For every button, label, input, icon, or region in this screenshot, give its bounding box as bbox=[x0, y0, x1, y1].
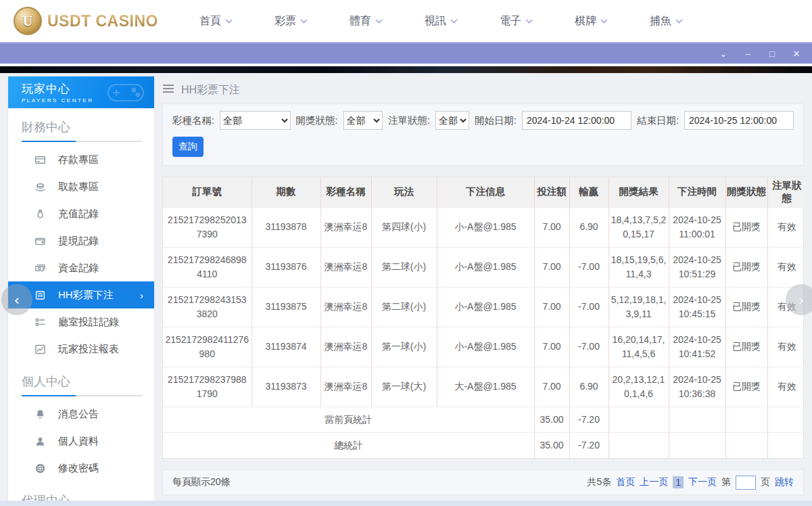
cell-order-status: 有效 bbox=[767, 367, 806, 407]
summary-empty-cell bbox=[725, 432, 767, 458]
summary-label: 當前頁統計 bbox=[163, 407, 534, 432]
query-button[interactable]: 查詢 bbox=[172, 137, 204, 157]
breadcrumb: HH彩票下注 bbox=[162, 76, 804, 104]
sidebar-section-personal-center: 個人中心 bbox=[8, 363, 154, 395]
nav-item-chess[interactable]: 棋牌 bbox=[575, 14, 608, 28]
cell-play-type: 第二球(小) bbox=[371, 287, 437, 327]
nav-item-sports[interactable]: 體育 bbox=[350, 14, 383, 28]
logo[interactable]: U USDT CASINO bbox=[14, 7, 179, 35]
sidebar: 玩家中心 PLAYERS CENTER 財務中心存款專區取款專區充值記錄提現記錄… bbox=[8, 76, 154, 501]
col-header-bet-info: 下注信息 bbox=[437, 177, 534, 207]
sidebar-item-withdraw-zone[interactable]: 取款專區 bbox=[8, 173, 154, 200]
bets-table: 訂單號期數彩種名稱玩法下注信息投注額輸贏開獎結果下注時間開獎狀態注單狀態 215… bbox=[162, 177, 804, 459]
draw-status-select[interactable]: 全部 bbox=[343, 111, 383, 130]
col-header-bet-time: 下注時間 bbox=[669, 177, 725, 207]
wallet-icon bbox=[34, 235, 46, 247]
summary-row: 總統計35.00-7.20 bbox=[163, 432, 806, 458]
sidebar-item-recharge-records[interactable]: 充值記錄 bbox=[8, 200, 154, 227]
cell-order-no: 2152172982379881790 bbox=[163, 367, 252, 407]
sidebar-item-profile[interactable]: 個人資料 bbox=[8, 428, 154, 455]
nav-item-label: 首頁 bbox=[199, 14, 221, 28]
minimize-icon[interactable]: – bbox=[743, 49, 753, 58]
top-header: U USDT CASINO 首頁彩票體育視訊電子棋牌捕魚 bbox=[0, 0, 812, 42]
sidebar-collapse-button[interactable]: ‹ bbox=[1, 284, 32, 315]
table-row: 215217298241127698031193874澳洲幸运8第一球(小)小-… bbox=[163, 327, 806, 367]
sidebar-header: 玩家中心 PLAYERS CENTER bbox=[8, 76, 154, 108]
sidebar-item-announcements[interactable]: 消息公告 bbox=[8, 400, 154, 428]
sidebar-item-label: 充值記錄 bbox=[58, 208, 99, 221]
chevron-down-icon bbox=[375, 19, 383, 24]
first-page-link[interactable]: 首页 bbox=[616, 476, 635, 488]
cell-draw-status: 已開獎 bbox=[725, 367, 767, 407]
start-date-input[interactable] bbox=[522, 111, 631, 130]
table-row: 215217298246898411031193876澳洲幸运8第二球(小)小-… bbox=[163, 247, 806, 287]
col-header-order-status: 注單狀態 bbox=[767, 177, 806, 207]
cell-bet-time: 2024-10-25 10:51:29 bbox=[669, 247, 725, 287]
nav-item-home[interactable]: 首頁 bbox=[199, 14, 233, 28]
nav-item-label: 棋牌 bbox=[575, 14, 596, 28]
summary-empty-cell bbox=[767, 407, 806, 432]
page-jump-input[interactable] bbox=[736, 476, 756, 490]
main-nav: 首頁彩票體育視訊電子棋牌捕魚 bbox=[179, 14, 798, 28]
summary-empty-cell bbox=[725, 407, 767, 432]
table-row: 215217298237988179031193873澳洲幸运8第一球(大)大-… bbox=[163, 367, 806, 407]
sidebar-item-room-bet-records[interactable]: 廳室投註記錄 bbox=[8, 308, 154, 336]
end-date-input[interactable] bbox=[684, 111, 794, 130]
sidebar-item-funds-records[interactable]: 資金記錄 bbox=[8, 254, 154, 281]
cell-bet-time: 2024-10-25 11:00:01 bbox=[669, 207, 725, 247]
lottery-name-label: 彩種名稱: bbox=[172, 114, 214, 127]
logo-coin-letter: U bbox=[23, 14, 32, 29]
chevron-down-icon bbox=[450, 19, 458, 24]
cell-bet-info: 小-A盤@1.985 bbox=[437, 327, 534, 367]
bell-icon bbox=[34, 408, 46, 420]
window-titlebar: ⌄ – □ ✕ bbox=[0, 42, 812, 64]
cell-draw-status: 已開獎 bbox=[725, 247, 767, 287]
cell-order-no: 2152172982520137390 bbox=[163, 207, 252, 247]
nav-item-lottery[interactable]: 彩票 bbox=[274, 14, 308, 28]
summary-empty-cell bbox=[767, 432, 806, 458]
cell-bet-amount: 7.00 bbox=[534, 247, 569, 287]
chevron-down-icon[interactable]: ⌄ bbox=[719, 49, 728, 58]
summary-row: 當前頁統計35.00-7.20 bbox=[163, 407, 806, 432]
cell-period: 31193876 bbox=[252, 247, 320, 287]
cell-order-no: 2152172982468984110 bbox=[163, 247, 252, 287]
col-header-draw-status: 開獎狀態 bbox=[725, 177, 767, 207]
list-icon bbox=[34, 316, 46, 328]
lottery-name-select[interactable]: 全部 bbox=[220, 111, 290, 130]
prev-page-link[interactable]: 上一页 bbox=[640, 476, 668, 488]
nav-item-label: 體育 bbox=[350, 14, 371, 28]
chevron-down-icon bbox=[225, 19, 233, 24]
sidebar-item-change-password[interactable]: 修改密碼 bbox=[8, 455, 154, 482]
cell-bet-amount: 7.00 bbox=[534, 207, 569, 247]
sidebar-item-withdrawal-records[interactable]: 提現記錄 bbox=[8, 227, 154, 254]
chart-icon bbox=[34, 343, 46, 355]
chevron-down-icon bbox=[600, 19, 608, 24]
order-status-select[interactable]: 全部 bbox=[435, 111, 469, 130]
chevron-down-icon bbox=[525, 19, 533, 24]
gamepad-icon bbox=[104, 79, 147, 108]
close-icon[interactable]: ✕ bbox=[792, 49, 801, 58]
cell-order-status: 有效 bbox=[767, 247, 806, 287]
cell-bet-time: 2024-10-25 10:45:15 bbox=[669, 287, 725, 327]
cell-period: 31193873 bbox=[252, 367, 320, 407]
col-header-win-loss: 輸贏 bbox=[569, 177, 608, 207]
maximize-icon[interactable]: □ bbox=[767, 49, 777, 58]
hamburger-icon[interactable] bbox=[162, 84, 174, 96]
col-header-lottery-name: 彩種名稱 bbox=[320, 177, 371, 207]
table-header-row: 訂單號期數彩種名稱玩法下注信息投注額輸贏開獎結果下注時間開獎狀態注單狀態 bbox=[163, 177, 806, 207]
cell-order-status: 有效 bbox=[767, 207, 806, 247]
sidebar-item-deposit-zone[interactable]: 存款專區 bbox=[8, 146, 154, 173]
nav-item-video[interactable]: 視訊 bbox=[425, 14, 458, 28]
nav-item-electronic[interactable]: 電子 bbox=[500, 14, 533, 28]
moneybag-icon bbox=[34, 208, 46, 220]
sidebar-item-label: 提現記錄 bbox=[58, 235, 99, 248]
jump-button[interactable]: 跳转 bbox=[775, 476, 794, 488]
nav-item-fishing[interactable]: 捕魚 bbox=[650, 14, 683, 28]
nav-item-label: 電子 bbox=[500, 14, 521, 28]
filter-panel: 彩種名稱: 全部 開獎狀態: 全部 注單狀態: 全部 開始日期: 結束日期: bbox=[162, 104, 804, 166]
panel-next-button[interactable]: › bbox=[786, 284, 812, 315]
next-page-link[interactable]: 下一页 bbox=[688, 476, 717, 488]
cell-order-status: 有效 bbox=[767, 327, 806, 367]
sidebar-section-finance-center: 財務中心 bbox=[8, 108, 154, 141]
sidebar-item-player-bet-report[interactable]: 玩家投注報表 bbox=[8, 336, 154, 363]
